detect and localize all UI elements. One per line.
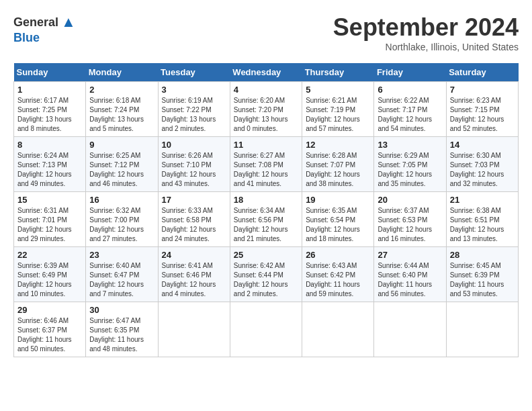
day-cell: 4Sunrise: 6:20 AM Sunset: 7:20 PM Daylig… <box>230 82 302 137</box>
month-title: September 2024 <box>333 13 519 42</box>
day-cell: 12Sunrise: 6:28 AM Sunset: 7:07 PM Dayli… <box>302 137 374 192</box>
day-info: Sunrise: 6:30 AM Sunset: 7:03 PM Dayligh… <box>450 151 515 189</box>
day-cell <box>374 302 446 357</box>
day-info: Sunrise: 6:31 AM Sunset: 7:01 PM Dayligh… <box>17 206 82 244</box>
day-number: 21 <box>450 195 515 205</box>
day-cell: 17Sunrise: 6:33 AM Sunset: 6:58 PM Dayli… <box>158 192 230 247</box>
day-number: 7 <box>450 85 515 95</box>
day-cell: 13Sunrise: 6:29 AM Sunset: 7:05 PM Dayli… <box>374 137 446 192</box>
day-number: 19 <box>306 195 370 205</box>
day-cell: 25Sunrise: 6:42 AM Sunset: 6:44 PM Dayli… <box>230 247 302 302</box>
day-info: Sunrise: 6:47 AM Sunset: 6:35 PM Dayligh… <box>89 316 154 354</box>
logo-general: General <box>13 15 58 30</box>
day-info: Sunrise: 6:19 AM Sunset: 7:22 PM Dayligh… <box>162 96 226 134</box>
week-row-5: 29Sunrise: 6:46 AM Sunset: 6:37 PM Dayli… <box>14 302 519 357</box>
location: Northlake, Illinois, United States <box>333 42 519 52</box>
calendar-table: SundayMondayTuesdayWednesdayThursdayFrid… <box>13 63 519 357</box>
day-info: Sunrise: 6:17 AM Sunset: 7:25 PM Dayligh… <box>17 96 82 134</box>
day-cell <box>230 302 302 357</box>
logo-blue: Blue <box>13 31 40 45</box>
day-cell: 6Sunrise: 6:22 AM Sunset: 7:17 PM Daylig… <box>374 82 446 137</box>
day-cell: 24Sunrise: 6:41 AM Sunset: 6:46 PM Dayli… <box>158 247 230 302</box>
day-cell <box>158 302 230 357</box>
day-cell: 14Sunrise: 6:30 AM Sunset: 7:03 PM Dayli… <box>446 137 518 192</box>
day-number: 22 <box>17 250 82 260</box>
col-header-saturday: Saturday <box>446 63 518 82</box>
day-cell: 8Sunrise: 6:24 AM Sunset: 7:13 PM Daylig… <box>14 137 86 192</box>
day-info: Sunrise: 6:22 AM Sunset: 7:17 PM Dayligh… <box>378 96 442 134</box>
day-cell: 2Sunrise: 6:18 AM Sunset: 7:24 PM Daylig… <box>86 82 158 137</box>
day-number: 5 <box>306 85 370 95</box>
col-header-sunday: Sunday <box>14 63 86 82</box>
day-number: 1 <box>17 85 82 95</box>
day-cell: 18Sunrise: 6:34 AM Sunset: 6:56 PM Dayli… <box>230 192 302 247</box>
day-info: Sunrise: 6:46 AM Sunset: 6:37 PM Dayligh… <box>17 316 82 354</box>
day-cell: 7Sunrise: 6:23 AM Sunset: 7:15 PM Daylig… <box>446 82 518 137</box>
day-info: Sunrise: 6:45 AM Sunset: 6:39 PM Dayligh… <box>450 261 515 299</box>
day-info: Sunrise: 6:29 AM Sunset: 7:05 PM Dayligh… <box>378 151 442 189</box>
day-info: Sunrise: 6:42 AM Sunset: 6:44 PM Dayligh… <box>234 261 298 299</box>
week-row-1: 1Sunrise: 6:17 AM Sunset: 7:25 PM Daylig… <box>14 82 519 137</box>
day-info: Sunrise: 6:27 AM Sunset: 7:08 PM Dayligh… <box>234 151 298 189</box>
day-info: Sunrise: 6:23 AM Sunset: 7:15 PM Dayligh… <box>450 96 515 134</box>
day-number: 20 <box>378 195 442 205</box>
day-info: Sunrise: 6:38 AM Sunset: 6:51 PM Dayligh… <box>450 206 515 244</box>
day-cell: 21Sunrise: 6:38 AM Sunset: 6:51 PM Dayli… <box>446 192 518 247</box>
day-cell: 1Sunrise: 6:17 AM Sunset: 7:25 PM Daylig… <box>14 82 86 137</box>
day-info: Sunrise: 6:37 AM Sunset: 6:53 PM Dayligh… <box>378 206 442 244</box>
title-block: September 2024 Northlake, Illinois, Unit… <box>333 13 519 52</box>
day-number: 23 <box>89 250 154 260</box>
day-number: 3 <box>162 85 226 95</box>
day-number: 4 <box>234 85 298 95</box>
day-info: Sunrise: 6:24 AM Sunset: 7:13 PM Dayligh… <box>17 151 82 189</box>
page-header: General ▲ Blue September 2024 Northlake,… <box>13 13 519 52</box>
day-number: 18 <box>234 195 298 205</box>
day-number: 28 <box>450 250 515 260</box>
day-number: 8 <box>17 140 82 150</box>
logo-bird-icon: ▲ <box>61 13 76 31</box>
week-row-3: 15Sunrise: 6:31 AM Sunset: 7:01 PM Dayli… <box>14 192 519 247</box>
day-info: Sunrise: 6:18 AM Sunset: 7:24 PM Dayligh… <box>89 96 154 134</box>
day-number: 16 <box>89 195 154 205</box>
day-number: 6 <box>378 85 442 95</box>
day-info: Sunrise: 6:21 AM Sunset: 7:19 PM Dayligh… <box>306 96 370 134</box>
day-number: 14 <box>450 140 515 150</box>
day-info: Sunrise: 6:41 AM Sunset: 6:46 PM Dayligh… <box>162 261 226 299</box>
col-header-wednesday: Wednesday <box>230 63 302 82</box>
day-number: 25 <box>234 250 298 260</box>
col-header-monday: Monday <box>86 63 158 82</box>
day-cell: 28Sunrise: 6:45 AM Sunset: 6:39 PM Dayli… <box>446 247 518 302</box>
day-number: 24 <box>162 250 226 260</box>
day-info: Sunrise: 6:43 AM Sunset: 6:42 PM Dayligh… <box>306 261 370 299</box>
week-row-2: 8Sunrise: 6:24 AM Sunset: 7:13 PM Daylig… <box>14 137 519 192</box>
day-number: 10 <box>162 140 226 150</box>
day-cell: 29Sunrise: 6:46 AM Sunset: 6:37 PM Dayli… <box>14 302 86 357</box>
day-info: Sunrise: 6:40 AM Sunset: 6:47 PM Dayligh… <box>89 261 154 299</box>
day-info: Sunrise: 6:28 AM Sunset: 7:07 PM Dayligh… <box>306 151 370 189</box>
day-number: 12 <box>306 140 370 150</box>
day-cell: 15Sunrise: 6:31 AM Sunset: 7:01 PM Dayli… <box>14 192 86 247</box>
day-number: 2 <box>89 85 154 95</box>
day-cell: 9Sunrise: 6:25 AM Sunset: 7:12 PM Daylig… <box>86 137 158 192</box>
day-info: Sunrise: 6:34 AM Sunset: 6:56 PM Dayligh… <box>234 206 298 244</box>
day-cell: 20Sunrise: 6:37 AM Sunset: 6:53 PM Dayli… <box>374 192 446 247</box>
day-cell: 27Sunrise: 6:44 AM Sunset: 6:40 PM Dayli… <box>374 247 446 302</box>
day-number: 30 <box>89 305 154 315</box>
day-info: Sunrise: 6:44 AM Sunset: 6:40 PM Dayligh… <box>378 261 442 299</box>
day-cell: 26Sunrise: 6:43 AM Sunset: 6:42 PM Dayli… <box>302 247 374 302</box>
week-row-4: 22Sunrise: 6:39 AM Sunset: 6:49 PM Dayli… <box>14 247 519 302</box>
day-cell: 10Sunrise: 6:26 AM Sunset: 7:10 PM Dayli… <box>158 137 230 192</box>
day-cell: 22Sunrise: 6:39 AM Sunset: 6:49 PM Dayli… <box>14 247 86 302</box>
day-info: Sunrise: 6:33 AM Sunset: 6:58 PM Dayligh… <box>162 206 226 244</box>
day-cell <box>302 302 374 357</box>
day-number: 13 <box>378 140 442 150</box>
col-header-friday: Friday <box>374 63 446 82</box>
day-info: Sunrise: 6:25 AM Sunset: 7:12 PM Dayligh… <box>89 151 154 189</box>
day-number: 27 <box>378 250 442 260</box>
day-info: Sunrise: 6:20 AM Sunset: 7:20 PM Dayligh… <box>234 96 298 134</box>
header-row: SundayMondayTuesdayWednesdayThursdayFrid… <box>14 63 519 82</box>
day-info: Sunrise: 6:39 AM Sunset: 6:49 PM Dayligh… <box>17 261 82 299</box>
col-header-tuesday: Tuesday <box>158 63 230 82</box>
day-number: 17 <box>162 195 226 205</box>
day-cell: 23Sunrise: 6:40 AM Sunset: 6:47 PM Dayli… <box>86 247 158 302</box>
